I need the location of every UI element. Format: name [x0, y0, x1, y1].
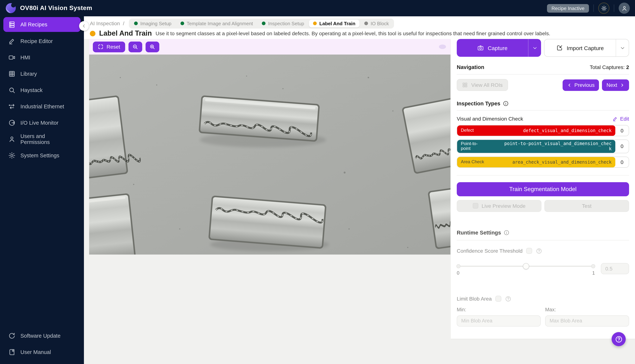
header-divider [593, 4, 594, 12]
sidebar-item-haystack[interactable]: Haystack [3, 82, 81, 98]
step-status-dot [364, 22, 368, 25]
capture-image-canvas[interactable] [89, 54, 450, 254]
live-preview-mode-button[interactable]: Live Preview Mode [457, 200, 541, 212]
capture-dropdown-button[interactable] [528, 39, 541, 57]
slider-handle[interactable] [523, 263, 529, 270]
chevron-down-icon [532, 45, 537, 51]
confidence-checkbox[interactable] [526, 248, 532, 254]
import-split-button: Import Capture [544, 39, 629, 57]
slider-min-cap [456, 264, 460, 268]
preview-test-row: Live Preview Mode Test [457, 200, 629, 212]
step-imaging-setup[interactable]: Imaging Setup [130, 20, 176, 27]
right-panel: Capture Import Capture Navigation [451, 39, 635, 339]
check-row-area-check[interactable]: Area Check area_check_visual_and_dimensi… [457, 156, 629, 168]
step-status-dot [262, 22, 265, 25]
step-label-and-train[interactable]: Label And Train [309, 20, 360, 27]
question-icon [615, 335, 622, 343]
sidebar-item-io-live-monitor[interactable]: I/O Live Monitor [3, 115, 81, 131]
zoom-in-icon [149, 44, 155, 50]
info-icon[interactable] [503, 100, 509, 106]
user-icon [8, 136, 16, 143]
page-title-dot [90, 30, 95, 36]
question-icon[interactable] [505, 296, 511, 302]
sidebar-item-all-recipes[interactable]: All Recipes [3, 17, 81, 32]
theme-toggle-button[interactable] [598, 2, 609, 14]
io-monitor-icon [8, 119, 16, 126]
sidebar-item-user-manual[interactable]: User Manual [3, 344, 81, 360]
live-preview-checkbox[interactable] [473, 203, 478, 209]
app-header: OV80i AI Vision System Recipe Inactive [0, 0, 635, 16]
sidebar-item-recipe-editor[interactable]: Recipe Editor [3, 33, 81, 49]
total-captures: Total Captures: 2 [590, 64, 629, 70]
sidebar-item-label: I/O Live Monitor [21, 120, 59, 126]
navigation-header-row: Navigation Total Captures: 2 [457, 64, 629, 70]
step-io-block[interactable]: IO Block [360, 20, 393, 27]
slider-max-cap [591, 264, 595, 268]
confidence-slider[interactable] [457, 263, 595, 269]
sun-icon [601, 5, 607, 11]
ethernet-icon [8, 103, 16, 110]
step-inspection-setup[interactable]: Inspection Setup [258, 20, 308, 27]
sidebar-collapse-button[interactable] [79, 21, 89, 31]
confidence-threshold-label: Confidence Score Threshold [457, 248, 522, 254]
chevron-left-icon [81, 24, 87, 28]
refresh-icon [8, 332, 16, 340]
zoom-out-button[interactable] [128, 41, 142, 52]
step-status-dot [313, 22, 317, 25]
next-button[interactable]: Next [602, 79, 629, 91]
check-row-point-to-point[interactable]: Point-to-point point-to-point_visual_and… [457, 140, 629, 153]
sidebar-item-hmi[interactable]: HMI [3, 49, 81, 66]
previous-button[interactable]: Previous [562, 79, 599, 91]
edit-checks-button[interactable]: Edit [612, 116, 629, 122]
sidebar-item-software-update[interactable]: Software Update [3, 328, 81, 344]
sidebar-footer: Software Update User Manual [3, 328, 81, 360]
breadcrumb-root[interactable]: AI Inspection [90, 20, 120, 26]
grid-icon [8, 70, 16, 78]
sidebar-item-users-permissions[interactable]: Users and Permissions [3, 131, 81, 147]
check-row-defect[interactable]: Defect defect_visual_and_dimension_check… [457, 125, 629, 136]
workspace: Reset [84, 39, 451, 364]
view-all-rois-label: View All ROIs [471, 82, 503, 88]
import-icon [556, 44, 563, 51]
max-blob-area-input[interactable] [545, 316, 629, 326]
sidebar-item-industrial-ethernet[interactable]: Industrial Ethernet [3, 98, 81, 115]
check-group-title: Visual and Dimension Check [457, 116, 523, 122]
question-icon[interactable] [536, 248, 542, 254]
check-count: 0 [615, 126, 629, 136]
import-capture-label: Import Capture [567, 45, 604, 51]
reset-view-button[interactable]: Reset [93, 41, 125, 52]
sidebar-item-library[interactable]: Library [3, 66, 81, 82]
zoom-in-button[interactable] [145, 41, 159, 52]
pencil-icon [8, 38, 16, 45]
check-count: 0 [615, 140, 629, 153]
import-dropdown-button[interactable] [616, 39, 629, 56]
check-code: point-to-point_visual_and_dimension_chec… [504, 141, 611, 152]
confidence-value-input[interactable] [601, 263, 629, 274]
user-avatar-button[interactable] [619, 2, 630, 14]
blob-area-inputs: Min: Max: [457, 307, 629, 326]
sidebar-item-label: Software Update [21, 333, 61, 339]
step-template-image-alignment[interactable]: Template Image and Alignment [176, 20, 257, 27]
capture-button[interactable]: Capture [457, 39, 528, 57]
section-divider [457, 110, 629, 110]
test-button[interactable]: Test [544, 200, 629, 212]
help-button[interactable] [611, 332, 626, 346]
import-capture-button[interactable]: Import Capture [544, 39, 616, 56]
page-description: Use it to segment classes at a pixel-lev… [156, 30, 550, 36]
sidebar-item-system-settings[interactable]: System Settings [3, 147, 81, 164]
limit-blob-checkbox[interactable] [495, 296, 501, 302]
confidence-threshold-row: Confidence Score Threshold [457, 248, 629, 254]
chevron-left-icon [567, 82, 572, 88]
canvas-toolbar: Reset [89, 39, 450, 54]
min-blob-area-input[interactable] [457, 316, 541, 326]
page-title: Label And Train [99, 29, 152, 38]
reset-icon [98, 44, 104, 50]
train-segmentation-model-button[interactable]: Train Segmentation Model [457, 182, 629, 196]
view-all-rois-button[interactable]: View All ROIs [457, 79, 508, 91]
chevron-down-icon [619, 45, 625, 51]
check-label: Area Check [461, 160, 484, 165]
info-icon[interactable] [504, 230, 509, 236]
check-label: Point-to-point [461, 141, 486, 152]
page-title-row: Label And Train Use it to segment classe… [90, 29, 635, 38]
camera-icon [477, 44, 484, 51]
